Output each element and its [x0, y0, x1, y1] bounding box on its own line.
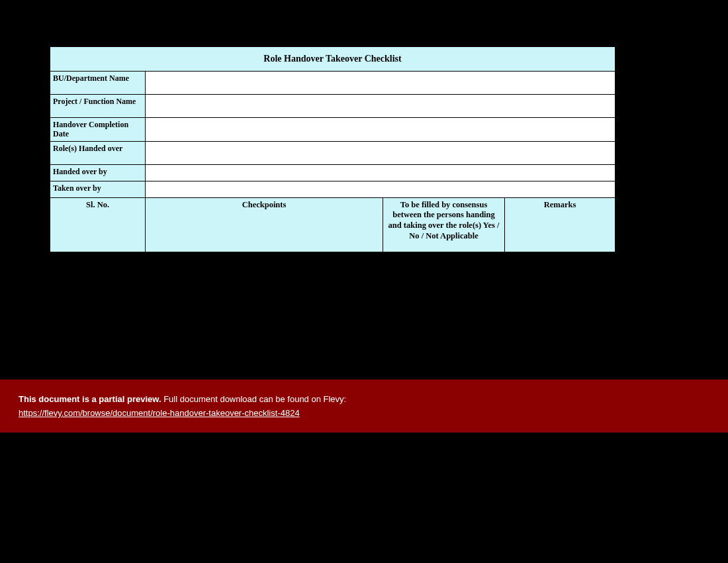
field-label: BU/Department Name [50, 72, 146, 95]
preview-banner: This document is a partial preview. Full… [0, 380, 728, 433]
field-value-handover-date[interactable] [146, 118, 615, 142]
col-header-checkpoints: Checkpoints [146, 197, 383, 252]
field-label: Project / Function Name [50, 95, 146, 118]
field-row-roles-handed: Role(s) Handed over [50, 141, 615, 164]
field-value-project-function[interactable] [146, 95, 615, 118]
field-label: Taken over by [50, 181, 146, 197]
field-row-bu-department: BU/Department Name [50, 72, 615, 95]
banner-link[interactable]: https://flevy.com/browse/document/role-h… [19, 408, 300, 418]
banner-line1: This document is a partial preview. Full… [19, 394, 728, 404]
banner-bold-text: This document is a partial preview. [19, 394, 161, 404]
field-row-taken-over-by: Taken over by [50, 181, 615, 197]
field-row-project-function: Project / Function Name [50, 95, 615, 118]
checklist-table: Role Handover Takeover Checklist BU/Depa… [50, 46, 615, 252]
field-label: Handed over by [50, 164, 146, 181]
checklist-sheet: Role Handover Takeover Checklist BU/Depa… [50, 46, 615, 252]
field-label: Handover Completion Date [50, 118, 146, 142]
field-label: Role(s) Handed over [50, 141, 146, 164]
column-header-row: Sl. No. Checkpoints To be filled by cons… [50, 197, 615, 252]
field-value-bu-department[interactable] [146, 72, 615, 95]
table-title: Role Handover Takeover Checklist [50, 47, 615, 72]
field-row-handover-date: Handover Completion Date [50, 118, 615, 142]
field-row-handed-over-by: Handed over by [50, 164, 615, 181]
col-header-slno: Sl. No. [50, 197, 146, 252]
col-header-consensus: To be filled by consensus between the pe… [383, 197, 505, 252]
col-header-remarks: Remarks [505, 197, 615, 252]
field-value-handed-over-by[interactable] [146, 164, 615, 181]
field-value-roles-handed[interactable] [146, 141, 615, 164]
banner-rest-text: Full document download can be found on F… [161, 394, 347, 404]
field-value-taken-over-by[interactable] [146, 181, 615, 197]
